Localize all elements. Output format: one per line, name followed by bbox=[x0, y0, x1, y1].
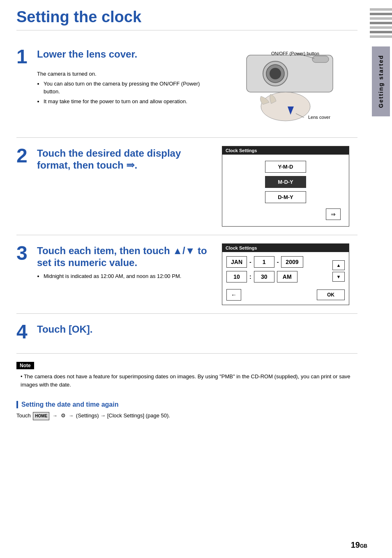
step-1-left: 1 Lower the lens cover. The camera is tu… bbox=[16, 47, 214, 129]
sub-text-before: Touch bbox=[16, 412, 31, 419]
stripe-3 bbox=[370, 17, 392, 20]
note-section: Note • The camera does not have a featur… bbox=[16, 354, 357, 397]
clock-ok-button[interactable]: OK bbox=[317, 289, 345, 300]
step-2-right: Clock Settings Y-M-D M-D-Y D-M-Y ⇒ bbox=[222, 146, 357, 227]
format-mdy-button[interactable]: M-D-Y bbox=[265, 176, 306, 188]
clock-settings-header-3: Clock Settings bbox=[222, 244, 349, 252]
stripe-5 bbox=[370, 26, 392, 29]
camera-illustration: ON/OFF (Power) button bbox=[222, 47, 353, 129]
step-3-title: Touch each item, then touch ▲/▼ to set i… bbox=[37, 245, 214, 269]
svg-point-3 bbox=[270, 68, 281, 79]
page-title: Setting the clock bbox=[16, 8, 357, 30]
step-4-number: 4 bbox=[16, 322, 33, 342]
time-sep: : bbox=[249, 273, 251, 280]
time-row: 10 : 30 AM bbox=[226, 271, 328, 282]
format-dmy-row: D-M-Y bbox=[231, 191, 341, 203]
page-num-main: 19 bbox=[351, 540, 360, 549]
page-num-suffix: GB bbox=[360, 543, 367, 549]
arrow-1: → bbox=[53, 413, 58, 419]
sub-text-after: (Settings) → [Clock Settings] (page 50). bbox=[76, 412, 170, 419]
clock-settings-box-3: Clock Settings JAN - 1 - 2009 bbox=[222, 243, 349, 305]
step-2-section: 2 Touch the desired date display format,… bbox=[16, 138, 357, 235]
clock-bottom-row: ← OK bbox=[226, 289, 345, 301]
home-button-inline: HOME bbox=[33, 412, 49, 420]
step-3-number: 3 bbox=[16, 243, 33, 263]
format-mdy-row: M-D-Y bbox=[231, 176, 341, 188]
date-row: JAN - 1 - 2009 bbox=[226, 256, 328, 268]
stripe-2 bbox=[370, 13, 392, 15]
step-4-title: Touch [OK]. bbox=[37, 324, 93, 336]
date-sep-1: - bbox=[249, 259, 251, 265]
clock-settings-box-2: Clock Settings Y-M-D M-D-Y D-M-Y ⇒ bbox=[222, 146, 349, 227]
camera-svg: Lens cover bbox=[222, 47, 345, 125]
right-sidebar: Getting started bbox=[370, 0, 392, 437]
svg-point-6 bbox=[261, 92, 310, 121]
clock-next-button[interactable]: ⇒ bbox=[326, 208, 341, 220]
step-1-bullet-2: It may take time for the power to turn o… bbox=[44, 97, 214, 106]
step-1-title: Lower the lens cover. bbox=[37, 49, 137, 60]
date-year[interactable]: 2009 bbox=[281, 256, 303, 268]
step-1-bullets: You can also turn on the camera by press… bbox=[37, 80, 214, 106]
step-3-left: 3 Touch each item, then touch ▲/▼ to set… bbox=[16, 243, 214, 305]
note-text: • The camera does not have a feature for… bbox=[21, 373, 357, 389]
note-label: Note bbox=[16, 362, 34, 369]
time-hour[interactable]: 10 bbox=[226, 271, 247, 282]
step-3-body: Midnight is indicated as 12:00 AM, and n… bbox=[37, 272, 214, 280]
step-2-header: 2 Touch the desired date display format,… bbox=[16, 146, 214, 171]
settings-icon: ⚙ bbox=[61, 412, 66, 420]
format-ymd-row: Y-M-D bbox=[231, 161, 341, 173]
step-1-bullet-1: You can also turn on the camera by press… bbox=[44, 80, 214, 96]
sub-section-body: Touch HOME → ⚙ → (Settings) → [Clock Set… bbox=[16, 412, 357, 420]
getting-started-box: Getting started bbox=[372, 46, 390, 116]
step-3-bullets: Midnight is indicated as 12:00 AM, and n… bbox=[37, 272, 214, 280]
step-1-number: 1 bbox=[16, 47, 33, 67]
step-1-subtitle: The camera is turned on. bbox=[37, 70, 214, 78]
time-ampm[interactable]: AM bbox=[277, 271, 297, 282]
sub-section-title: Setting the date and time again bbox=[16, 401, 357, 408]
sub-section: Setting the date and time again Touch HO… bbox=[16, 397, 357, 428]
stripe-4 bbox=[370, 22, 392, 24]
stripe-7 bbox=[370, 35, 392, 38]
step-1-header: 1 Lower the lens cover. bbox=[16, 47, 214, 67]
up-down-col: ▲ ▼ bbox=[332, 260, 345, 282]
step-3-header: 3 Touch each item, then touch ▲/▼ to set… bbox=[16, 243, 214, 269]
time-min[interactable]: 30 bbox=[254, 271, 274, 282]
clock-settings-header-2: Clock Settings bbox=[222, 146, 349, 155]
step-1-section: 1 Lower the lens cover. The camera is tu… bbox=[16, 39, 357, 138]
step-1-right: ON/OFF (Power) button bbox=[222, 47, 357, 129]
sidebar-stripes bbox=[370, 4, 392, 43]
step-4-section: 4 Touch [OK]. bbox=[16, 314, 357, 354]
format-ymd-button[interactable]: Y-M-D bbox=[265, 161, 306, 173]
format-dmy-button[interactable]: D-M-Y bbox=[265, 191, 306, 203]
getting-started-label: Getting started bbox=[378, 55, 384, 108]
clock-settings-body-3: JAN - 1 - 2009 10 : 30 bbox=[222, 252, 349, 305]
clock-nav-right: ⇒ bbox=[231, 208, 341, 220]
date-month[interactable]: JAN bbox=[226, 256, 247, 268]
stripe-1 bbox=[370, 8, 392, 11]
step-4-header: 4 Touch [OK]. bbox=[16, 322, 357, 342]
svg-rect-4 bbox=[312, 56, 329, 63]
down-arrow-button[interactable]: ▼ bbox=[332, 272, 345, 282]
clock-settings-body-2: Y-M-D M-D-Y D-M-Y ⇒ bbox=[222, 155, 349, 226]
date-day[interactable]: 1 bbox=[254, 256, 274, 268]
date-time-container: JAN - 1 - 2009 10 : 30 bbox=[226, 256, 328, 286]
step-2-number: 2 bbox=[16, 146, 33, 166]
step-3-section: 3 Touch each item, then touch ▲/▼ to set… bbox=[16, 235, 357, 314]
step-3-right: Clock Settings JAN - 1 - 2009 bbox=[222, 243, 357, 305]
step-2-title: Touch the desired date display format, t… bbox=[37, 148, 214, 171]
arrow-2: → bbox=[69, 413, 74, 419]
step-2-left: 2 Touch the desired date display format,… bbox=[16, 146, 214, 227]
step-1-body: The camera is turned on. You can also tu… bbox=[37, 70, 214, 105]
camera-power-label: ON/OFF (Power) button bbox=[271, 51, 319, 56]
stripe-6 bbox=[370, 31, 392, 33]
up-arrow-button[interactable]: ▲ bbox=[332, 260, 345, 270]
clock-back-button[interactable]: ← bbox=[226, 289, 241, 301]
page-number: 19GB bbox=[351, 540, 367, 550]
date-sep-2: - bbox=[277, 259, 279, 265]
svg-text:Lens cover: Lens cover bbox=[308, 115, 330, 120]
step-3-bullet-1: Midnight is indicated as 12:00 AM, and n… bbox=[44, 272, 214, 280]
